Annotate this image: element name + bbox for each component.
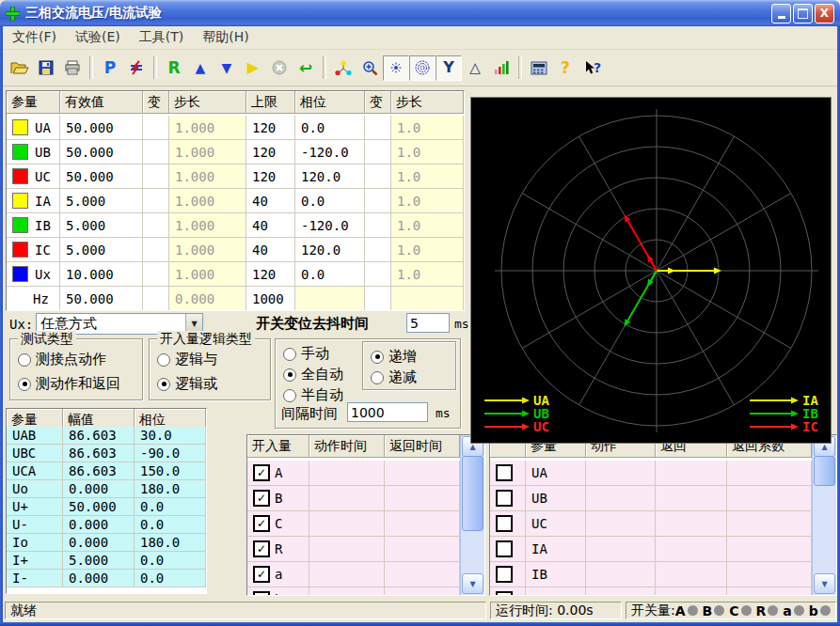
maximize-button[interactable] bbox=[793, 4, 813, 23]
param-phase-step-cell[interactable]: 1.0 bbox=[391, 262, 464, 287]
close-button[interactable]: X bbox=[815, 4, 834, 23]
radio-logic-and[interactable] bbox=[157, 353, 170, 367]
param-step-cell[interactable]: 1.000 bbox=[169, 213, 246, 238]
reset-button[interactable]: ↩ bbox=[293, 55, 319, 81]
help-button[interactable]: ? bbox=[552, 55, 578, 81]
param-var2-cell[interactable] bbox=[365, 140, 391, 164]
menu-item-3[interactable]: 帮助(H) bbox=[193, 27, 258, 48]
wye-connection-button[interactable]: Y bbox=[436, 55, 462, 81]
param-rms-cell[interactable]: 5.000 bbox=[60, 238, 143, 262]
param-phase-cell[interactable]: 0.0 bbox=[295, 189, 365, 213]
result-checkbox[interactable] bbox=[496, 490, 513, 507]
param-phase-cell[interactable]: 120.0 bbox=[295, 238, 365, 262]
param-limit-cell[interactable]: 40 bbox=[246, 213, 295, 238]
rays-view-button[interactable] bbox=[383, 55, 409, 81]
param-step-cell[interactable]: 1.000 bbox=[169, 116, 246, 140]
param-step-cell[interactable]: 1.000 bbox=[169, 238, 246, 262]
param-phase-step-cell[interactable]: 1.0 bbox=[391, 164, 464, 189]
context-help-button[interactable]: ? bbox=[578, 55, 605, 81]
param-var2-cell[interactable] bbox=[365, 213, 391, 238]
radio-action-return[interactable] bbox=[18, 378, 31, 391]
result-checkbox[interactable] bbox=[496, 515, 513, 532]
print-button[interactable] bbox=[59, 55, 86, 81]
stop-test-button[interactable] bbox=[266, 55, 293, 81]
param-phase-step-cell[interactable]: 1.0 bbox=[391, 116, 464, 140]
param-var2-cell[interactable] bbox=[365, 164, 391, 189]
save-button[interactable] bbox=[33, 55, 59, 81]
switch-table-scrollbar[interactable]: ▲▼ bbox=[460, 435, 484, 595]
param-var-cell[interactable] bbox=[143, 164, 169, 189]
param-rms-cell[interactable]: 10.000 bbox=[60, 262, 143, 287]
calculator-button[interactable] bbox=[526, 55, 552, 81]
menu-item-0[interactable]: 文件(F) bbox=[3, 27, 66, 48]
output-off-button[interactable] bbox=[123, 55, 150, 81]
switch-checkbox[interactable] bbox=[253, 490, 270, 507]
param-step-cell[interactable]: 1.000 bbox=[169, 262, 246, 287]
param-step-cell[interactable]: 0.000 bbox=[169, 287, 246, 311]
param-var-cell[interactable] bbox=[143, 213, 169, 238]
delta-connection-button[interactable]: △ bbox=[462, 55, 488, 81]
open-file-button[interactable] bbox=[7, 55, 33, 81]
param-phase-cell[interactable] bbox=[295, 287, 365, 311]
debounce-input[interactable] bbox=[406, 313, 450, 333]
param-p-button[interactable]: P bbox=[97, 55, 123, 81]
param-var-cell[interactable] bbox=[143, 287, 169, 311]
switch-table-scrollbar-down-icon[interactable]: ▼ bbox=[462, 573, 483, 594]
param-rms-cell[interactable]: 50.000 bbox=[60, 116, 143, 140]
param-rms-cell[interactable]: 50.000 bbox=[60, 164, 143, 189]
radio-manual[interactable] bbox=[283, 348, 296, 361]
param-var-cell[interactable] bbox=[143, 262, 169, 287]
result-checkbox[interactable] bbox=[496, 566, 513, 583]
radio-decrement[interactable] bbox=[371, 371, 384, 384]
raise-button[interactable]: ▲ bbox=[187, 55, 214, 81]
radio-full-auto[interactable] bbox=[283, 368, 296, 382]
param-limit-cell[interactable]: 120 bbox=[246, 116, 295, 140]
switch-checkbox[interactable] bbox=[253, 540, 270, 557]
param-step-cell[interactable]: 1.000 bbox=[169, 140, 246, 164]
switch-checkbox[interactable] bbox=[253, 566, 270, 583]
polar-grid-button[interactable] bbox=[409, 55, 436, 81]
radio-logic-or[interactable] bbox=[157, 378, 170, 391]
switch-checkbox[interactable] bbox=[253, 464, 270, 481]
param-limit-cell[interactable]: 40 bbox=[246, 238, 295, 262]
radio-contact-action[interactable] bbox=[18, 353, 31, 367]
result-table-scrollbar[interactable]: ▲▼ bbox=[812, 435, 836, 595]
param-limit-cell[interactable]: 1000 bbox=[246, 287, 295, 311]
param-var2-cell[interactable] bbox=[365, 238, 391, 262]
param-limit-cell[interactable]: 40 bbox=[246, 189, 295, 213]
result-checkbox[interactable] bbox=[496, 464, 513, 481]
param-phase-step-cell[interactable]: 1.0 bbox=[391, 189, 464, 213]
lower-button[interactable]: ▼ bbox=[214, 55, 240, 81]
param-rms-cell[interactable]: 50.000 bbox=[60, 287, 143, 311]
param-rms-cell[interactable]: 50.000 bbox=[60, 140, 143, 164]
menu-item-2[interactable]: 工具(T) bbox=[130, 27, 193, 48]
result-table-scrollbar-down-icon[interactable]: ▼ bbox=[814, 573, 835, 594]
param-step-cell[interactable]: 1.000 bbox=[169, 164, 246, 189]
switch-table-scrollbar-thumb[interactable] bbox=[462, 456, 483, 531]
param-var2-cell[interactable] bbox=[365, 287, 391, 311]
param-phase-cell[interactable]: 0.0 bbox=[295, 116, 365, 140]
minimize-button[interactable] bbox=[771, 4, 791, 23]
param-phase-cell[interactable]: 0.0 bbox=[295, 262, 365, 287]
radio-semi-auto[interactable] bbox=[283, 389, 296, 402]
param-phase-step-cell[interactable]: 1.0 bbox=[391, 213, 464, 238]
param-phase-cell[interactable]: -120.0 bbox=[295, 140, 365, 164]
interval-input[interactable] bbox=[347, 402, 428, 422]
param-phase-step-cell[interactable]: 1.0 bbox=[391, 238, 464, 262]
param-rms-cell[interactable]: 5.000 bbox=[60, 213, 143, 238]
radio-increment[interactable] bbox=[371, 351, 384, 364]
param-phase-step-cell[interactable] bbox=[391, 287, 464, 311]
menu-item-1[interactable]: 试验(E) bbox=[66, 27, 130, 48]
param-var-cell[interactable] bbox=[143, 116, 169, 140]
param-var-cell[interactable] bbox=[143, 140, 169, 164]
param-var-cell[interactable] bbox=[143, 238, 169, 262]
result-checkbox[interactable] bbox=[496, 591, 513, 596]
param-var2-cell[interactable] bbox=[365, 116, 391, 140]
zoom-in-button[interactable] bbox=[357, 55, 383, 81]
read-r-button[interactable]: R bbox=[161, 55, 187, 81]
param-var2-cell[interactable] bbox=[365, 189, 391, 213]
start-test-button[interactable]: ▶ bbox=[240, 55, 266, 81]
param-rms-cell[interactable]: 5.000 bbox=[60, 189, 143, 213]
param-phase-step-cell[interactable]: 1.0 bbox=[391, 140, 464, 164]
param-limit-cell[interactable]: 120 bbox=[246, 140, 295, 164]
